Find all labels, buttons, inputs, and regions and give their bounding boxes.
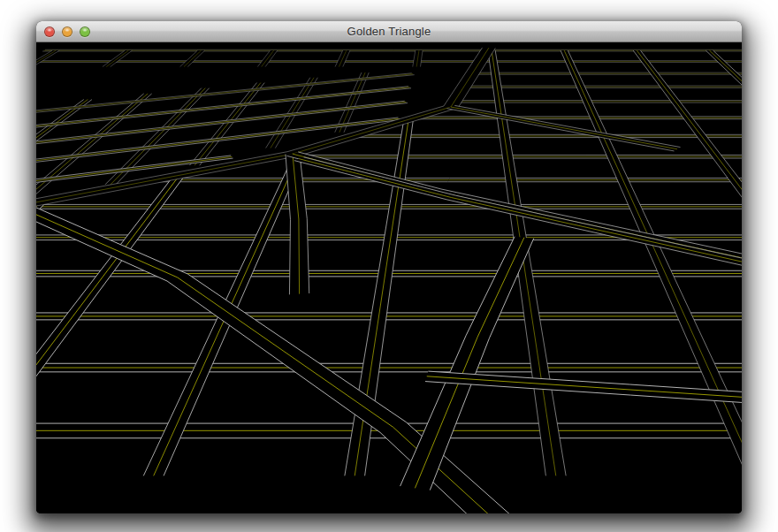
zoom-button[interactable]	[80, 27, 90, 37]
app-window: Golden Triangle	[36, 21, 742, 513]
close-button[interactable]	[44, 27, 55, 37]
map-view-container	[36, 42, 742, 513]
desktop-background: { "window": { "title": "Golden Triangle"…	[0, 0, 778, 532]
title-bar[interactable]: Golden Triangle	[36, 21, 742, 42]
street-map-3d-canvas[interactable]	[36, 42, 742, 513]
minimize-button[interactable]	[62, 27, 72, 37]
window-title: Golden Triangle	[347, 25, 431, 38]
traffic-lights	[44, 21, 90, 42]
